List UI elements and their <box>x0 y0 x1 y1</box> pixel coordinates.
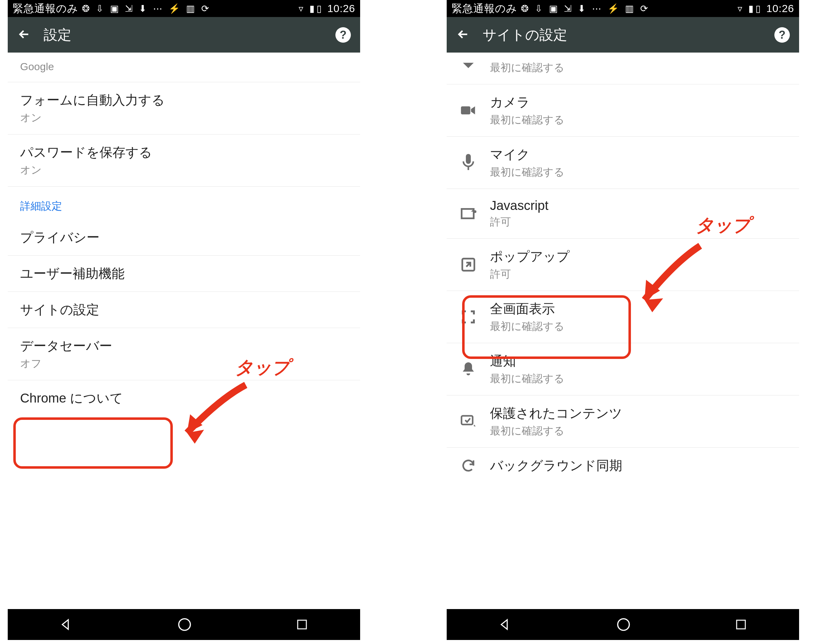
row-save-password[interactable]: パスワードを保存する オン <box>8 135 360 187</box>
row-sub: 最初に確認する <box>490 61 565 75</box>
row-search-engine[interactable]: Google <box>8 52 360 82</box>
sync-icon <box>459 458 478 473</box>
location-icon <box>459 59 478 75</box>
svg-point-8 <box>618 619 629 630</box>
row-about-chrome[interactable]: Chrome について <box>8 380 360 416</box>
nav-home-icon[interactable] <box>177 617 192 632</box>
row-camera[interactable]: カメラ 最初に確認する <box>447 84 799 136</box>
row-site-settings[interactable]: サイトの設定 <box>8 292 360 328</box>
nav-back-icon[interactable] <box>59 617 73 632</box>
row-protected-content[interactable]: 保護されたコンテンツ 最初に確認する <box>447 396 799 448</box>
row-label: 全画面表示 <box>490 300 565 317</box>
row-label: データセーバー <box>20 337 112 355</box>
carrier-label: 緊急通報のみ <box>13 2 78 16</box>
row-label: サイトの設定 <box>20 301 99 319</box>
app-bar: サイトの設定 ? <box>447 17 799 52</box>
row-label: ポップアップ <box>490 248 570 265</box>
help-icon[interactable]: ? <box>774 27 790 43</box>
back-icon[interactable] <box>456 27 470 43</box>
fullscreen-icon <box>459 310 478 324</box>
status-bar: 緊急通報のみ ❂ ⇩ ▣ ⇲ ⬇ ⋯ ⚡ ▥ ⟳ ▿ ▮▯ 10:26 <box>8 0 360 17</box>
nav-bar <box>447 609 799 640</box>
row-sub: オン <box>20 163 152 177</box>
row-sub: 最初に確認する <box>490 319 565 334</box>
svg-rect-9 <box>736 620 745 629</box>
nav-recent-icon[interactable] <box>735 618 747 631</box>
microphone-icon <box>459 154 478 171</box>
row-label: ユーザー補助機能 <box>20 265 125 282</box>
app-bar: 設定 ? <box>8 17 360 52</box>
row-label: 通知 <box>490 353 565 370</box>
row-label: カメラ <box>490 94 565 111</box>
status-bar: 緊急通報のみ ❂ ⇩ ▣ ⇲ ⬇ ⋯ ⚡ ▥ ⟳ ▿ ▮▯ 10:26 <box>447 0 799 17</box>
row-notifications[interactable]: 通知 最初に確認する <box>447 343 799 396</box>
row-label: 保護されたコンテンツ <box>490 405 622 422</box>
row-sub: オン <box>20 111 165 125</box>
row-autofill[interactable]: フォームに自動入力する オン <box>8 82 360 135</box>
row-microphone[interactable]: マイク 最初に確認する <box>447 136 799 189</box>
status-icons: ❂ ⇩ ▣ ⇲ ⬇ ⋯ ⚡ ▥ ⟳ <box>82 3 211 14</box>
row-data-saver[interactable]: データセーバー オフ <box>8 328 360 380</box>
protected-content-icon <box>459 415 478 428</box>
row-popups[interactable]: ポップアップ 許可 <box>447 239 799 291</box>
row-label: Chrome について <box>20 389 123 407</box>
row-sub: 許可 <box>490 267 570 281</box>
row-sub: 最初に確認する <box>490 165 565 179</box>
row-label: プライバシー <box>20 229 100 246</box>
site-settings-list: 最初に確認する カメラ 最初に確認する マイク 最初に確認する <box>447 52 799 477</box>
nav-home-icon[interactable] <box>616 617 631 632</box>
row-javascript[interactable]: Javascript 許可 <box>447 189 799 239</box>
signal-icons: ▿ ▮▯ <box>738 3 762 14</box>
svg-rect-3 <box>466 154 471 164</box>
row-label: Javascript <box>490 198 548 213</box>
section-advanced: 詳細設定 <box>8 187 360 219</box>
camera-icon <box>459 104 478 117</box>
javascript-icon <box>459 205 478 222</box>
row-fullscreen[interactable]: 全画面表示 最初に確認する <box>447 291 799 343</box>
svg-rect-7 <box>461 416 473 425</box>
row-label: パスワードを保存する <box>20 144 152 161</box>
nav-recent-icon[interactable] <box>295 618 309 631</box>
row-background-sync[interactable]: バックグラウンド同期 <box>447 448 799 477</box>
nav-bar <box>8 609 360 640</box>
row-sub: オフ <box>20 356 112 371</box>
page-title: サイトの設定 <box>482 26 762 44</box>
help-icon[interactable]: ? <box>335 27 351 43</box>
settings-list: Google フォームに自動入力する オン パスワードを保存する オン 詳細設定… <box>8 52 360 416</box>
svg-rect-5 <box>461 209 473 218</box>
clock: 10:26 <box>766 3 794 15</box>
signal-icons: ▿ ▮▯ <box>299 3 324 14</box>
row-sub: 最初に確認する <box>490 372 565 386</box>
row-location[interactable]: 最初に確認する <box>447 52 799 84</box>
row-label: マイク <box>490 146 565 163</box>
row-sub: 許可 <box>490 215 548 229</box>
row-sub: 最初に確認する <box>490 113 565 127</box>
row-privacy[interactable]: プライバシー <box>8 219 360 256</box>
carrier-label: 緊急通報のみ <box>452 2 517 16</box>
row-label: バックグラウンド同期 <box>490 457 622 474</box>
page-title: 設定 <box>44 26 323 44</box>
phone-right: 緊急通報のみ ❂ ⇩ ▣ ⇲ ⬇ ⋯ ⚡ ▥ ⟳ ▿ ▮▯ 10:26 サイトの… <box>447 0 799 640</box>
bell-icon <box>459 361 478 377</box>
back-icon[interactable] <box>17 27 31 43</box>
svg-rect-1 <box>298 620 306 629</box>
popup-icon <box>459 257 478 273</box>
row-accessibility[interactable]: ユーザー補助機能 <box>8 256 360 292</box>
svg-point-0 <box>179 619 190 630</box>
nav-back-icon[interactable] <box>498 617 513 632</box>
status-icons: ❂ ⇩ ▣ ⇲ ⬇ ⋯ ⚡ ▥ ⟳ <box>521 3 650 14</box>
row-sub: Google <box>20 61 54 73</box>
row-sub: 最初に確認する <box>490 424 622 438</box>
row-label: フォームに自動入力する <box>20 92 165 109</box>
svg-rect-2 <box>461 106 470 114</box>
phone-left: 緊急通報のみ ❂ ⇩ ▣ ⇲ ⬇ ⋯ ⚡ ▥ ⟳ ▿ ▮▯ 10:26 設定 ?… <box>8 0 360 640</box>
clock: 10:26 <box>328 3 355 15</box>
